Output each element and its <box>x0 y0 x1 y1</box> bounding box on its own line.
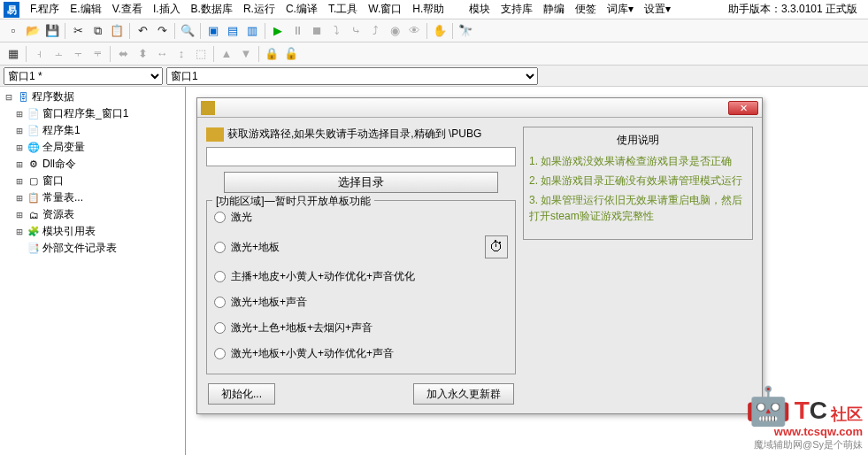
help-title: 使用说明 <box>529 133 747 148</box>
align-left-icon[interactable]: ⫞ <box>30 45 48 63</box>
step-out-icon[interactable]: ⤴ <box>366 22 384 40</box>
fieldset-legend: [功能区域]—暂时只开放单板功能 <box>212 194 374 209</box>
radio-option[interactable] <box>214 322 226 334</box>
designed-form[interactable]: ✕ 获取游戏路径,如果失败请手动选择目录,精确到 \PUBG 选择目录 [功能区… <box>196 97 763 414</box>
menu-dict[interactable]: 词库▾ <box>602 2 639 17</box>
copy-icon[interactable]: ⧉ <box>88 22 106 40</box>
main-area: ⊟ 🗄 程序数据 ⊞📄窗口程序集_窗口1 ⊞📄程序集1 ⊞🌐全局变量 ⊞⚙Dll… <box>0 87 868 455</box>
radio-option[interactable] <box>214 242 226 253</box>
menu-static[interactable]: 静编 <box>538 2 570 17</box>
menu-program[interactable]: F.程序 <box>25 2 65 17</box>
tree-item[interactable]: ⊞🧩模块引用表 <box>2 223 183 240</box>
design-canvas[interactable]: ✕ 获取游戏路径,如果失败请手动选择目录,精确到 \PUBG 选择目录 [功能区… <box>189 90 864 451</box>
tree-item[interactable]: ⊞📋常量表... <box>2 189 183 206</box>
save-icon[interactable]: 💾 <box>43 22 61 40</box>
menu-database[interactable]: B.数据库 <box>186 2 238 17</box>
dist-v-icon[interactable]: ⬍ <box>134 45 151 63</box>
mod-icon: 🧩 <box>27 226 41 238</box>
align-center-icon[interactable]: ⫠ <box>50 45 67 63</box>
tree-root-label: 程序数据 <box>32 89 74 104</box>
folder-icon <box>206 127 224 142</box>
undo-icon[interactable]: ↶ <box>134 22 151 40</box>
unlock-icon[interactable]: 🔓 <box>282 45 300 63</box>
tree-item[interactable]: ⊞▢窗口 <box>2 173 183 189</box>
form-body: 获取游戏路径,如果失败请手动选择目录,精确到 \PUBG 选择目录 [功能区域]… <box>197 118 762 413</box>
align-top-icon[interactable]: ⫧ <box>88 45 106 63</box>
menu-support[interactable]: 支持库 <box>495 2 538 17</box>
radio-label: 激光 <box>231 210 252 225</box>
path-label: 获取游戏路径,如果失败请手动选择目录,精确到 \PUBG <box>227 127 481 142</box>
breakpoint-icon[interactable]: ◉ <box>386 22 403 40</box>
menu-insert[interactable]: I.插入 <box>148 2 186 17</box>
radio-option[interactable] <box>214 348 226 359</box>
radio-option[interactable] <box>214 297 226 308</box>
grid-toggle-icon[interactable]: ▦ <box>4 45 22 63</box>
new-file-icon[interactable]: ▫ <box>4 22 22 40</box>
radio-label: 激光+地板 <box>231 240 280 255</box>
layout3-icon[interactable]: ▥ <box>243 22 261 40</box>
module-icon: 📄 <box>27 108 41 120</box>
design-area[interactable]: ✕ 获取游戏路径,如果失败请手动选择目录,精确到 \PUBG 选择目录 [功能区… <box>186 87 868 455</box>
menu-edit[interactable]: E.编辑 <box>65 2 106 17</box>
same-height-icon[interactable]: ↕ <box>173 45 190 63</box>
form-titlebar[interactable]: ✕ <box>197 98 762 118</box>
ext-icon: 📑 <box>27 243 41 255</box>
menu-tools[interactable]: T.工具 <box>323 2 363 17</box>
tree-root[interactable]: ⊟ 🗄 程序数据 <box>2 89 183 105</box>
toolbar-main: ▫ 📂 💾 ✂ ⧉ 📋 ↶ ↷ 🔍 ▣ ▤ ▥ ▶ ⏸ ⏹ ⤵ ⤷ ⤴ ◉ 👁 … <box>0 19 868 42</box>
select-dir-button[interactable]: 选择目录 <box>224 172 498 193</box>
tree-item[interactable]: ⊞⚙Dll命令 <box>2 156 183 173</box>
open-file-icon[interactable]: 📂 <box>24 22 42 40</box>
window-icon: ▢ <box>27 175 41 188</box>
dist-h-icon[interactable]: ⬌ <box>114 45 132 63</box>
tree-item[interactable]: ⊞📄窗口程序集_窗口1 <box>2 105 183 122</box>
run-icon[interactable]: ▶ <box>269 22 287 40</box>
join-group-button[interactable]: 加入永久更新群 <box>413 383 514 405</box>
layout1-icon[interactable]: ▣ <box>204 22 222 40</box>
menu-settings[interactable]: 设置▾ <box>639 2 676 17</box>
redo-icon[interactable]: ↷ <box>153 22 171 40</box>
menu-help[interactable]: H.帮助 <box>407 2 449 17</box>
project-tree[interactable]: ⊟ 🗄 程序数据 ⊞📄窗口程序集_窗口1 ⊞📄程序集1 ⊞🌐全局变量 ⊞⚙Dll… <box>0 87 186 455</box>
align-right-icon[interactable]: ⫟ <box>69 45 87 63</box>
menu-compile[interactable]: C.编译 <box>280 2 323 17</box>
send-back-icon[interactable]: ▼ <box>237 45 255 63</box>
tree-item[interactable]: ⊞🌐全局变量 <box>2 139 183 156</box>
var-icon: 🌐 <box>27 142 41 154</box>
context-dropdowns: 窗口1 * 窗口1 <box>0 66 868 87</box>
tree-item[interactable]: ⊞🗂资源表 <box>2 206 183 223</box>
path-input[interactable] <box>206 147 516 166</box>
close-icon[interactable]: ✕ <box>728 101 758 115</box>
stop-icon[interactable]: ⏹ <box>308 22 326 40</box>
radio-option[interactable] <box>214 212 226 223</box>
watch-icon[interactable]: 👁 <box>405 22 423 40</box>
menu-run[interactable]: R.运行 <box>238 2 280 17</box>
find-icon[interactable]: 🔍 <box>179 22 196 40</box>
binoculars-icon[interactable]: 🔭 <box>457 22 474 40</box>
bring-front-icon[interactable]: ▲ <box>218 45 235 63</box>
menu-module[interactable]: 模块 <box>464 2 495 17</box>
cut-icon[interactable]: ✂ <box>69 22 87 40</box>
init-button[interactable]: 初始化... <box>208 383 275 405</box>
menu-view[interactable]: V.查看 <box>107 2 148 17</box>
hand-icon[interactable]: ✋ <box>431 22 449 40</box>
tree-item[interactable]: 📑外部文件记录表 <box>2 240 183 257</box>
paste-icon[interactable]: 📋 <box>108 22 126 40</box>
menu-note[interactable]: 便签 <box>570 2 602 17</box>
tree-item[interactable]: ⊞📄程序集1 <box>2 122 183 139</box>
help-line: 3. 如果管理运行依旧无效果请重启电脑，然后打开steam验证游戏完整性 <box>529 192 747 224</box>
same-width-icon[interactable]: ↔ <box>153 45 171 63</box>
radio-option[interactable] <box>214 271 226 282</box>
expander-icon[interactable]: ⊟ <box>4 91 14 104</box>
window-select-1[interactable]: 窗口1 * <box>4 67 163 85</box>
help-line: 2. 如果游戏目录正确没有效果请管理模式运行 <box>529 173 747 189</box>
window-select-2[interactable]: 窗口1 <box>166 67 538 85</box>
same-size-icon[interactable]: ⬚ <box>192 45 210 63</box>
pause-icon[interactable]: ⏸ <box>288 22 306 40</box>
step-over-icon[interactable]: ⤵ <box>327 22 345 40</box>
layout2-icon[interactable]: ▤ <box>224 22 242 40</box>
menu-window[interactable]: W.窗口 <box>363 2 407 17</box>
step-into-icon[interactable]: ⤷ <box>347 22 365 40</box>
help-box: 使用说明 1. 如果游戏没效果请检查游戏目录是否正确 2. 如果游戏目录正确没有… <box>523 127 753 240</box>
lock-icon[interactable]: 🔒 <box>263 45 280 63</box>
